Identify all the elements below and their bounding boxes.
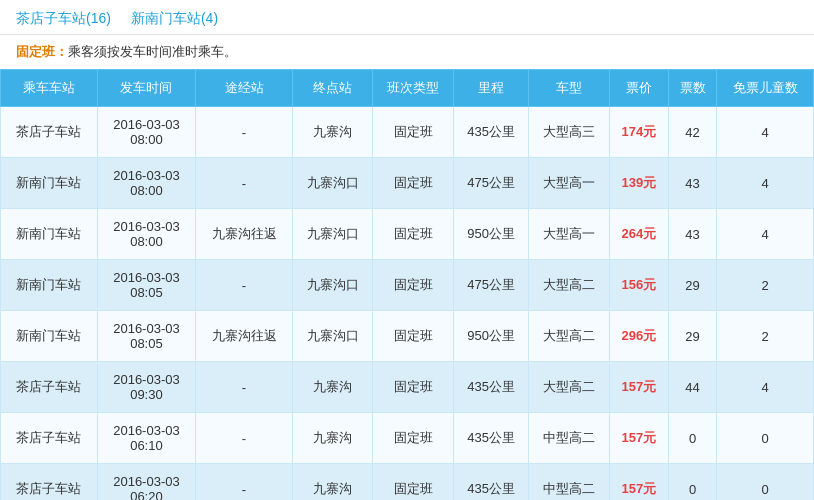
col-header-8: 票数 bbox=[668, 70, 716, 107]
col-header-0: 乘车车站 bbox=[1, 70, 98, 107]
col-header-3: 终点站 bbox=[292, 70, 373, 107]
cell-time: 2016-03-03 08:00 bbox=[97, 107, 196, 158]
cell-type: 固定班 bbox=[373, 362, 454, 413]
cell-via: - bbox=[196, 107, 293, 158]
cell-station: 茶店子车站 bbox=[1, 362, 98, 413]
cell-time: 2016-03-03 06:10 bbox=[97, 413, 196, 464]
col-header-5: 里程 bbox=[454, 70, 529, 107]
cell-tickets: 42 bbox=[668, 107, 716, 158]
cell-cartype: 大型高一 bbox=[529, 209, 610, 260]
cell-station: 茶店子车站 bbox=[1, 107, 98, 158]
cell-mileage: 950公里 bbox=[454, 311, 529, 362]
cell-via: 九寨沟往返 bbox=[196, 311, 293, 362]
cell-mileage: 435公里 bbox=[454, 362, 529, 413]
table-row: 新南门车站2016-03-03 08:05-九寨沟口固定班475公里大型高二15… bbox=[1, 260, 814, 311]
col-header-9: 免票儿童数 bbox=[717, 70, 814, 107]
cell-tickets: 0 bbox=[668, 464, 716, 501]
cell-cartype: 大型高二 bbox=[529, 362, 610, 413]
cell-mileage: 475公里 bbox=[454, 260, 529, 311]
table-row: 茶店子车站2016-03-03 09:30-九寨沟固定班435公里大型高二157… bbox=[1, 362, 814, 413]
schedule-table-container: 乘车车站发车时间途经站终点站班次类型里程车型票价票数免票儿童数 茶店子车站201… bbox=[0, 69, 814, 500]
cell-via: 九寨沟往返 bbox=[196, 209, 293, 260]
table-header-row: 乘车车站发车时间途经站终点站班次类型里程车型票价票数免票儿童数 bbox=[1, 70, 814, 107]
cell-mileage: 950公里 bbox=[454, 209, 529, 260]
cell-type: 固定班 bbox=[373, 158, 454, 209]
cell-dest: 九寨沟口 bbox=[292, 209, 373, 260]
cell-price: 157元 bbox=[609, 464, 668, 501]
tab-chadian-count: 16 bbox=[91, 10, 107, 26]
table-row: 新南门车站2016-03-03 08:00-九寨沟口固定班475公里大型高一13… bbox=[1, 158, 814, 209]
cell-time: 2016-03-03 08:00 bbox=[97, 209, 196, 260]
cell-cartype: 大型高一 bbox=[529, 158, 610, 209]
cell-via: - bbox=[196, 413, 293, 464]
cell-dest: 九寨沟口 bbox=[292, 260, 373, 311]
cell-free_child: 4 bbox=[717, 158, 814, 209]
cell-time: 2016-03-03 09:30 bbox=[97, 362, 196, 413]
col-header-7: 票价 bbox=[609, 70, 668, 107]
col-header-4: 班次类型 bbox=[373, 70, 454, 107]
cell-free_child: 0 bbox=[717, 464, 814, 501]
cell-cartype: 大型高三 bbox=[529, 107, 610, 158]
cell-type: 固定班 bbox=[373, 464, 454, 501]
cell-cartype: 大型高二 bbox=[529, 311, 610, 362]
cell-type: 固定班 bbox=[373, 260, 454, 311]
cell-price: 174元 bbox=[609, 107, 668, 158]
table-row: 茶店子车站2016-03-03 06:10-九寨沟固定班435公里中型高二157… bbox=[1, 413, 814, 464]
cell-station: 茶店子车站 bbox=[1, 464, 98, 501]
cell-tickets: 43 bbox=[668, 209, 716, 260]
col-header-2: 途经站 bbox=[196, 70, 293, 107]
cell-mileage: 475公里 bbox=[454, 158, 529, 209]
tab-chadian-label: 茶店子车站 bbox=[16, 10, 86, 26]
notice-bar: 固定班：乘客须按发车时间准时乘车。 bbox=[0, 35, 814, 69]
cell-station: 新南门车站 bbox=[1, 260, 98, 311]
tab-chadian[interactable]: 茶店子车站(16) bbox=[16, 10, 111, 28]
top-tabs: 茶店子车站(16) 新南门车站(4) bbox=[0, 0, 814, 35]
tab-xinnanmen-count: 4 bbox=[206, 10, 214, 26]
cell-cartype: 中型高二 bbox=[529, 413, 610, 464]
cell-free_child: 0 bbox=[717, 413, 814, 464]
cell-tickets: 43 bbox=[668, 158, 716, 209]
cell-dest: 九寨沟口 bbox=[292, 311, 373, 362]
cell-free_child: 2 bbox=[717, 311, 814, 362]
cell-dest: 九寨沟口 bbox=[292, 158, 373, 209]
cell-dest: 九寨沟 bbox=[292, 107, 373, 158]
table-row: 新南门车站2016-03-03 08:05九寨沟往返九寨沟口固定班950公里大型… bbox=[1, 311, 814, 362]
notice-text: 乘客须按发车时间准时乘车。 bbox=[68, 44, 237, 59]
cell-price: 156元 bbox=[609, 260, 668, 311]
cell-free_child: 4 bbox=[717, 362, 814, 413]
col-header-1: 发车时间 bbox=[97, 70, 196, 107]
cell-type: 固定班 bbox=[373, 209, 454, 260]
cell-free_child: 4 bbox=[717, 107, 814, 158]
schedule-table: 乘车车站发车时间途经站终点站班次类型里程车型票价票数免票儿童数 茶店子车站201… bbox=[0, 69, 814, 500]
cell-price: 157元 bbox=[609, 413, 668, 464]
col-header-6: 车型 bbox=[529, 70, 610, 107]
cell-type: 固定班 bbox=[373, 311, 454, 362]
cell-tickets: 0 bbox=[668, 413, 716, 464]
cell-time: 2016-03-03 08:05 bbox=[97, 311, 196, 362]
cell-station: 茶店子车站 bbox=[1, 413, 98, 464]
cell-via: - bbox=[196, 362, 293, 413]
cell-time: 2016-03-03 08:00 bbox=[97, 158, 196, 209]
cell-station: 新南门车站 bbox=[1, 209, 98, 260]
cell-dest: 九寨沟 bbox=[292, 464, 373, 501]
cell-type: 固定班 bbox=[373, 107, 454, 158]
cell-mileage: 435公里 bbox=[454, 464, 529, 501]
table-row: 新南门车站2016-03-03 08:00九寨沟往返九寨沟口固定班950公里大型… bbox=[1, 209, 814, 260]
notice-prefix: 固定班： bbox=[16, 44, 68, 59]
cell-dest: 九寨沟 bbox=[292, 413, 373, 464]
cell-station: 新南门车站 bbox=[1, 158, 98, 209]
tab-xinnanmen-label: 新南门车站 bbox=[131, 10, 201, 26]
cell-price: 264元 bbox=[609, 209, 668, 260]
cell-mileage: 435公里 bbox=[454, 413, 529, 464]
cell-price: 296元 bbox=[609, 311, 668, 362]
tab-xinnanmen[interactable]: 新南门车站(4) bbox=[131, 10, 218, 28]
cell-via: - bbox=[196, 260, 293, 311]
cell-mileage: 435公里 bbox=[454, 107, 529, 158]
cell-price: 157元 bbox=[609, 362, 668, 413]
cell-free_child: 4 bbox=[717, 209, 814, 260]
cell-time: 2016-03-03 08:05 bbox=[97, 260, 196, 311]
cell-tickets: 44 bbox=[668, 362, 716, 413]
cell-price: 139元 bbox=[609, 158, 668, 209]
cell-time: 2016-03-03 06:20 bbox=[97, 464, 196, 501]
cell-tickets: 29 bbox=[668, 311, 716, 362]
